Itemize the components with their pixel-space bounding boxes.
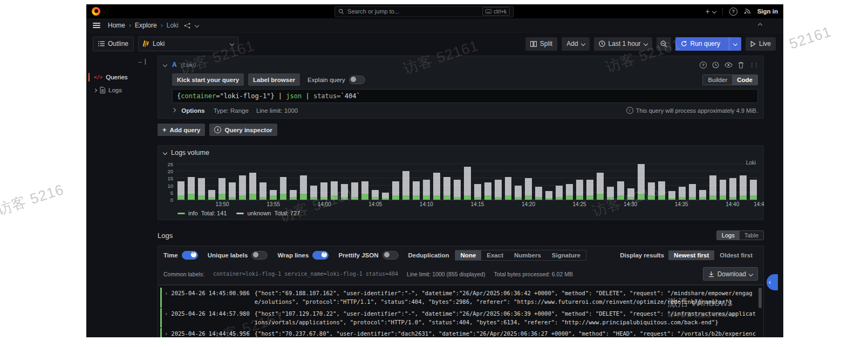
expand-row-icon[interactable]: › xyxy=(165,329,168,337)
live-button[interactable]: Live xyxy=(746,37,776,51)
chart-bar[interactable] xyxy=(535,187,542,200)
outline-button[interactable]: Outline xyxy=(93,37,134,51)
chart-bar[interactable] xyxy=(310,186,317,200)
run-query-dropdown[interactable] xyxy=(729,37,741,51)
kick-start-button[interactable]: Kick start your query xyxy=(172,73,244,86)
breadcrumb-explore[interactable]: Explore xyxy=(135,22,157,29)
options-label[interactable]: Options xyxy=(181,107,204,114)
options-expand-icon[interactable] xyxy=(172,107,176,112)
chart-bar[interactable] xyxy=(208,190,215,200)
query-input[interactable]: {container="loki-flog-1"} | json | statu… xyxy=(172,89,758,103)
chart-bar[interactable] xyxy=(198,178,205,200)
share-icon[interactable] xyxy=(184,23,191,29)
chart-bar[interactable] xyxy=(290,190,297,200)
chart-bar[interactable] xyxy=(188,177,195,200)
chart-bar[interactable] xyxy=(617,181,624,200)
chart-bar[interactable] xyxy=(658,181,665,200)
chart-bar[interactable] xyxy=(679,187,686,200)
query-help-icon[interactable]: ? xyxy=(700,62,707,69)
dedup-option-numbers[interactable]: Numbers xyxy=(509,250,546,260)
chart-bar[interactable] xyxy=(443,177,450,200)
datasource-picker[interactable]: Loki xyxy=(138,37,238,51)
chart-bar[interactable] xyxy=(218,178,225,200)
chart-bar[interactable] xyxy=(740,175,747,200)
view-logs-button[interactable]: Logs xyxy=(717,231,740,240)
zoom-out-button[interactable] xyxy=(657,37,671,51)
chart-bar[interactable] xyxy=(495,180,502,200)
add-button[interactable]: Add xyxy=(562,37,589,51)
chart-bar[interactable] xyxy=(423,180,430,200)
add-query-button[interactable]: + Add query xyxy=(158,124,205,136)
chart-bar[interactable] xyxy=(413,181,420,200)
log-row[interactable]: ›2025-04-26 14:44:57.980{"host":"107.129… xyxy=(160,308,756,328)
chart-bar[interactable] xyxy=(729,178,736,200)
chart-bar[interactable] xyxy=(750,180,757,200)
sort-option[interactable]: Newest first xyxy=(668,250,714,260)
chart-bar[interactable] xyxy=(627,188,634,200)
query-ref-id[interactable]: A xyxy=(172,61,177,69)
help-icon[interactable]: ? xyxy=(729,8,737,16)
chart-bar[interactable] xyxy=(720,180,727,200)
breadcrumb-chevron-icon[interactable] xyxy=(194,23,199,28)
log-row[interactable]: ›2025-04-26 14:44:45.956{"host":"70.237.… xyxy=(160,328,756,337)
sign-in-button[interactable]: Sign in xyxy=(757,8,778,15)
chart-bar[interactable] xyxy=(709,175,716,200)
chart-bar[interactable] xyxy=(177,181,184,200)
collapse-pane-icon[interactable] xyxy=(758,23,762,28)
chart-bar[interactable] xyxy=(270,190,277,200)
chart-bar[interactable] xyxy=(392,181,399,200)
scrollbar[interactable] xyxy=(758,288,762,337)
run-query-button[interactable]: Run query xyxy=(675,37,741,51)
news-icon[interactable] xyxy=(744,8,751,15)
new-menu-button[interactable]: + xyxy=(705,7,715,16)
dedup-option-none[interactable]: None xyxy=(455,250,482,260)
collapse-query-icon[interactable] xyxy=(163,63,167,67)
unique-labels-toggle[interactable] xyxy=(251,251,268,260)
prettify-json-toggle[interactable] xyxy=(382,251,399,260)
eye-icon[interactable] xyxy=(725,62,733,68)
dedup-option-signature[interactable]: Signature xyxy=(546,250,586,260)
wrap-lines-toggle[interactable] xyxy=(312,251,329,260)
time-toggle[interactable] xyxy=(182,251,198,260)
chart-bar[interactable] xyxy=(505,177,512,200)
breadcrumb-home[interactable]: Home xyxy=(108,22,125,29)
search-input[interactable]: Search or jump to... ctrl+k xyxy=(334,6,514,17)
split-button[interactable]: Split xyxy=(525,37,557,51)
collapse-sidebar-icon[interactable]: →❘ xyxy=(137,58,148,65)
chart-bar[interactable] xyxy=(464,167,471,200)
chart-bar[interactable] xyxy=(576,180,583,200)
view-table-button[interactable]: Table xyxy=(740,231,763,240)
code-mode-button[interactable]: Code xyxy=(732,75,757,85)
legend-item[interactable]: infoTotal: 141 xyxy=(177,210,227,216)
chart-bar[interactable] xyxy=(331,181,338,200)
query-inspector-button[interactable]: i Query inspector xyxy=(209,124,277,136)
legend-item[interactable]: unknownTotal: 727 xyxy=(236,210,300,216)
expand-row-icon[interactable]: › xyxy=(165,289,168,297)
chart-bar[interactable] xyxy=(433,173,440,200)
chart-bar[interactable] xyxy=(402,171,409,200)
time-range-picker[interactable]: Last 1 hour xyxy=(594,37,652,51)
trash-icon[interactable] xyxy=(738,62,744,69)
chart-bar[interactable] xyxy=(382,193,389,200)
chart-bar[interactable] xyxy=(607,187,614,200)
chart-bar[interactable] xyxy=(361,181,368,200)
history-icon[interactable] xyxy=(712,62,719,69)
chart-bar[interactable] xyxy=(699,190,706,200)
collapse-panel-icon[interactable] xyxy=(163,151,167,155)
chart-bar[interactable] xyxy=(597,173,604,200)
drag-handle-icon[interactable]: ⋮⋮ xyxy=(749,62,758,68)
chart-bar[interactable] xyxy=(638,164,645,200)
explain-query-toggle[interactable] xyxy=(349,76,365,84)
dedup-option-exact[interactable]: Exact xyxy=(481,250,509,260)
chart-bar[interactable] xyxy=(249,173,256,200)
grafana-logo-icon[interactable] xyxy=(92,7,100,16)
chart-bar[interactable] xyxy=(515,186,522,200)
builder-mode-button[interactable]: Builder xyxy=(703,75,732,85)
sidebar-item-queries[interactable]: </> Queries xyxy=(86,71,153,84)
menu-icon[interactable] xyxy=(93,23,100,28)
expand-row-icon[interactable]: › xyxy=(165,309,168,318)
chart-bar[interactable] xyxy=(556,186,563,200)
sidebar-item-logs[interactable]: Logs xyxy=(86,84,153,97)
chart-bar[interactable] xyxy=(372,190,379,200)
label-browser-button[interactable]: Label browser xyxy=(248,73,300,86)
